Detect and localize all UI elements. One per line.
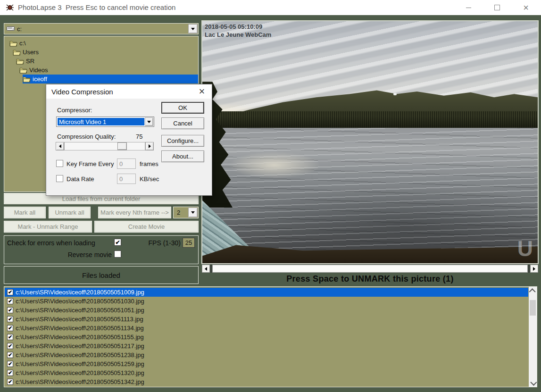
- hscroll-thumb[interactable]: [212, 265, 528, 273]
- reverse-movie-label: Reverse movie: [51, 251, 112, 259]
- reverse-movie-checkbox[interactable]: [114, 250, 121, 258]
- quality-slider-right-button[interactable]: [145, 142, 154, 150]
- dialog-title: Video Compression: [51, 88, 113, 96]
- file-checkbox[interactable]: ✔: [7, 352, 13, 358]
- nth-frame-value: 2: [177, 209, 180, 216]
- file-list-row[interactable]: ✔ c:\Users\SR\Videos\iceoff\201805050511…: [5, 315, 528, 324]
- create-movie-button[interactable]: Create Movie: [94, 221, 199, 233]
- vscroll-down-button[interactable]: [529, 379, 537, 387]
- check-errors-checkbox[interactable]: ✔: [114, 239, 121, 246]
- file-checkbox[interactable]: ✔: [7, 325, 13, 331]
- drive-icon: [7, 25, 15, 33]
- title-bar[interactable]: PhotoLapse 3 Press Esc to cancel movie c…: [0, 0, 541, 15]
- cancel-button[interactable]: Cancel: [161, 117, 204, 129]
- watermark-u: U: [517, 236, 533, 261]
- options-panel: Check for errors when loading ✔ FPS (1-3…: [4, 235, 199, 264]
- nth-dropdown-button[interactable]: [188, 208, 198, 217]
- file-path: c:\Users\SR\Videos\iceoff\20180505051217…: [16, 342, 144, 350]
- file-list-row[interactable]: ✔ c:\Users\SR\Videos\iceoff\201805050510…: [5, 288, 528, 297]
- hscroll-left-button[interactable]: [202, 265, 210, 273]
- file-checkbox[interactable]: ✔: [7, 334, 13, 340]
- mark-unmark-range-button[interactable]: Mark - Unmark Range: [4, 221, 92, 233]
- drive-selector[interactable]: c:: [4, 23, 199, 34]
- configure-button[interactable]: Configure...: [161, 135, 204, 147]
- file-list-row[interactable]: ✔ c:\Users\SR\Videos\iceoff\201805050511…: [5, 324, 528, 333]
- file-checkbox[interactable]: ✔: [7, 370, 13, 376]
- file-list-row[interactable]: ✔ c:\Users\SR\Videos\iceoff\201805050512…: [5, 350, 528, 359]
- hscroll-right-button[interactable]: [530, 265, 538, 273]
- hill-building: [393, 93, 397, 95]
- minimize-button[interactable]: [460, 0, 476, 15]
- file-checkbox[interactable]: ✔: [7, 298, 13, 304]
- vscroll-thumb[interactable]: [530, 300, 536, 316]
- folder-tree-item[interactable]: SR: [16, 57, 198, 66]
- arrow-right-icon: [149, 144, 151, 148]
- files-loaded-panel: Files loaded: [4, 266, 199, 284]
- close-icon: ×: [523, 3, 529, 12]
- folder-icon: [16, 58, 25, 65]
- compressor-dropdown-button[interactable]: [145, 117, 153, 126]
- mark-every-nth-button[interactable]: Mark every Nth frame -->: [98, 207, 171, 218]
- compressor-label: Compressor:: [57, 107, 92, 114]
- preview-image[interactable]: 2018-05-05 05:10:09Lac Le Jeune WebCam U: [202, 21, 538, 263]
- vscroll-up-button[interactable]: [529, 287, 537, 295]
- photo-camera-label: Lac Le Jeune WebCam: [205, 31, 271, 38]
- mark-all-button[interactable]: Mark all: [4, 207, 46, 218]
- nth-frame-selector[interactable]: 2: [173, 207, 199, 218]
- close-button[interactable]: ×: [518, 0, 534, 15]
- data-rate-input[interactable]: 0: [117, 174, 136, 184]
- file-checkbox[interactable]: ✔: [7, 379, 13, 385]
- dialog-close-button[interactable]: ×: [196, 85, 208, 98]
- file-checkbox[interactable]: ✔: [7, 307, 13, 313]
- quality-slider-left-button[interactable]: [56, 142, 64, 150]
- folder-tree-item[interactable]: Videos: [19, 66, 198, 75]
- file-path: c:\Users\SR\Videos\iceoff\20180505051320…: [16, 369, 144, 376]
- maximize-icon: [494, 5, 500, 10]
- file-checkbox[interactable]: ✔: [7, 289, 13, 295]
- photo-timestamp: 2018-05-05 05:10:09: [205, 23, 262, 30]
- file-list-row[interactable]: ✔ c:\Users\SR\Videos\iceoff\201805050512…: [5, 359, 528, 368]
- arrow-right-icon: [533, 267, 535, 271]
- compressor-selector[interactable]: Microsoft Video 1: [56, 117, 154, 127]
- ok-button[interactable]: OK: [161, 102, 204, 114]
- key-frame-checkbox[interactable]: [56, 160, 63, 167]
- drive-dropdown-button[interactable]: [188, 24, 198, 33]
- file-list-row[interactable]: ✔ c:\Users\SR\Videos\iceoff\201805050512…: [5, 342, 528, 350]
- file-list-row[interactable]: ✔ c:\Users\SR\Videos\iceoff\201805050510…: [5, 297, 528, 306]
- key-frame-label: Key Frame Every: [67, 160, 114, 167]
- data-rate-checkbox[interactable]: [56, 175, 63, 182]
- file-list-row[interactable]: ✔ c:\Users\SR\Videos\iceoff\201805050513…: [5, 368, 528, 377]
- file-path: c:\Users\SR\Videos\iceoff\20180505051009…: [16, 289, 144, 296]
- check-errors-label: Check for errors when loading: [7, 239, 95, 247]
- quality-slider-track[interactable]: [64, 142, 145, 150]
- file-list-row[interactable]: ✔ c:\Users\SR\Videos\iceoff\201805050513…: [5, 377, 528, 386]
- about-button[interactable]: About...: [161, 150, 204, 162]
- quality-slider-thumb[interactable]: [117, 142, 127, 150]
- file-checkbox[interactable]: ✔: [7, 361, 13, 367]
- folder-tree-item[interactable]: iceoff: [23, 75, 198, 83]
- folder-tree-item[interactable]: c:\: [9, 39, 198, 48]
- file-path: c:\Users\SR\Videos\iceoff\20180505051051…: [16, 307, 144, 314]
- video-compression-dialog: Video Compression × Compressor: Microsof…: [46, 84, 212, 196]
- chevron-down-icon: [191, 28, 195, 30]
- file-checkbox[interactable]: ✔: [7, 343, 13, 349]
- file-checkbox[interactable]: ✔: [7, 316, 13, 322]
- folder-tree-item-label: c:\: [18, 39, 28, 47]
- key-frame-input[interactable]: 0: [117, 158, 136, 169]
- dialog-title-bar[interactable]: Video Compression ×: [46, 84, 212, 99]
- file-list-row[interactable]: ✔ c:\Users\SR\Videos\iceoff\201805050511…: [5, 333, 528, 342]
- file-list-row[interactable]: ✔ c:\Users\SR\Videos\iceoff\201805050510…: [5, 306, 528, 315]
- fps-input[interactable]: 25: [183, 238, 195, 248]
- folder-tree-item-label: SR: [25, 57, 36, 65]
- maximize-button[interactable]: [489, 0, 505, 15]
- arrow-left-icon: [205, 267, 207, 271]
- data-rate-label: Data Rate: [67, 175, 94, 183]
- file-list-panel: ✔ c:\Users\SR\Videos\iceoff\201805050510…: [4, 286, 537, 387]
- quality-value: 75: [136, 133, 142, 140]
- list-vscrollbar[interactable]: [529, 287, 537, 387]
- file-path: c:\Users\SR\Videos\iceoff\20180505051155…: [16, 334, 144, 341]
- file-list[interactable]: ✔ c:\Users\SR\Videos\iceoff\201805050510…: [5, 288, 528, 386]
- folder-tree-item[interactable]: Users: [13, 48, 198, 57]
- preview-hscrollbar[interactable]: [202, 265, 538, 273]
- unmark-all-button[interactable]: Unmark all: [49, 207, 91, 218]
